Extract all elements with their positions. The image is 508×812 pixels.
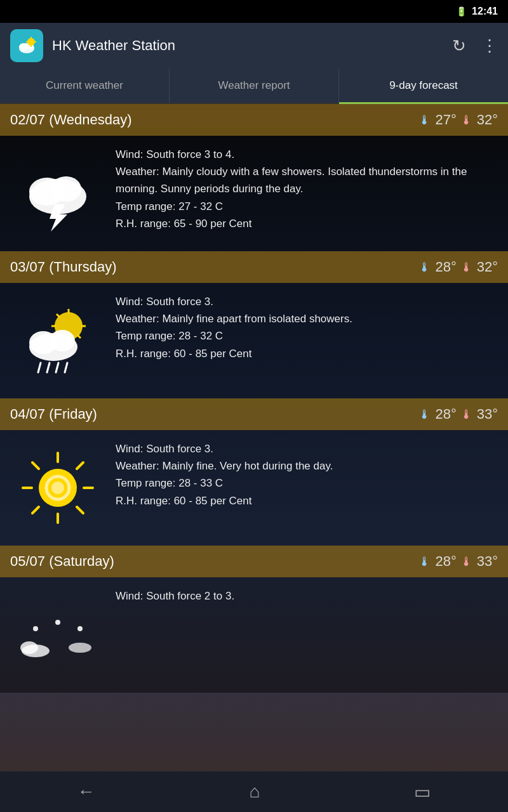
app-title: HK Weather Station: [52, 37, 452, 54]
day-detail-3: Wind: South force 2 to 3.: [0, 577, 508, 693]
temp-low-2: 28°: [435, 406, 456, 422]
day-date-0: 02/07 (Wednesday): [10, 112, 132, 128]
svg-line-24: [56, 363, 58, 372]
tab-9day-forecast[interactable]: 9-day forecast: [339, 69, 508, 103]
thermo-high-icon-1: 🌡: [460, 260, 473, 275]
svg-point-38: [20, 641, 38, 654]
weather-text-3: Wind: South force 2 to 3.: [116, 587, 498, 605]
refresh-button[interactable]: ↻: [452, 36, 466, 56]
day-detail-2: Wind: South force 3. Weather: Mainly fin…: [0, 430, 508, 546]
forecast-day-2: 04/07 (Friday) 🌡 28° 🌡 33°: [0, 398, 508, 546]
svg-point-10: [51, 176, 81, 202]
svg-line-34: [32, 507, 39, 513]
wind-0: Wind: South force 3 to 4.: [116, 146, 498, 163]
day-date-1: 03/07 (Thursday): [10, 259, 117, 275]
svg-point-3: [27, 38, 35, 46]
weather-text-2: Wind: South force 3. Weather: Mainly fin…: [116, 440, 498, 509]
day-header-0: 02/07 (Wednesday) 🌡 27° 🌡 32°: [0, 104, 508, 136]
temp-high-1: 32°: [477, 259, 498, 275]
svg-line-33: [77, 462, 83, 469]
weather-text-1: Wind: South force 3. Weather: Mainly fin…: [116, 293, 498, 362]
temp-range-0: Temp range: 27 - 32 C: [116, 198, 498, 215]
battery-icon: 🔋: [456, 6, 467, 16]
svg-point-21: [50, 330, 75, 351]
svg-line-18: [77, 335, 81, 338]
temp-indicators-1: 🌡 28° 🌡 32°: [418, 259, 498, 275]
nav-recent-button[interactable]: ▭: [414, 782, 431, 802]
svg-line-25: [65, 363, 67, 372]
temp-low-3: 28°: [435, 553, 456, 570]
wind-2: Wind: South force 3.: [116, 440, 498, 457]
tab-current-weather[interactable]: Current weather: [0, 69, 170, 103]
day-date-2: 04/07 (Friday): [10, 406, 97, 422]
weather-text-0: Wind: South force 3 to 4. Weather: Mainl…: [116, 146, 498, 232]
day-header-2: 04/07 (Friday) 🌡 28° 🌡 33°: [0, 398, 508, 430]
thermo-low-icon-2: 🌡: [418, 407, 431, 422]
forecast-day-3: 05/07 (Saturday) 🌡 28° 🌡 33°: [0, 546, 508, 693]
rh-range-0: R.H. range: 65 - 90 per Cent: [116, 215, 498, 232]
day-header-1: 03/07 (Thursday) 🌡 28° 🌡 32°: [0, 251, 508, 283]
day-header-3: 05/07 (Saturday) 🌡 28° 🌡 33°: [0, 546, 508, 577]
svg-line-32: [77, 507, 83, 513]
weather-desc-0: Weather: Mainly cloudy with a few shower…: [116, 163, 498, 197]
rh-range-1: R.H. range: 60 - 85 per Cent: [116, 345, 498, 362]
app-bar: HK Weather Station ↻ ⋮: [0, 23, 508, 69]
status-bar: 🔋 12:41: [0, 0, 508, 23]
weather-icon-storm: [10, 146, 105, 241]
weather-desc-2: Weather: Mainly fine. Very hot during th…: [116, 457, 498, 475]
app-bar-actions: ↻ ⋮: [452, 36, 498, 56]
temp-high-0: 32°: [477, 112, 498, 128]
nav-home-button[interactable]: ⌂: [250, 782, 260, 802]
svg-point-41: [55, 620, 60, 625]
forecast-list: 02/07 (Wednesday) 🌡 27° 🌡 32°: [0, 104, 508, 771]
wind-3: Wind: South force 2 to 3.: [116, 587, 498, 605]
nav-back-button[interactable]: ←: [77, 782, 95, 802]
day-date-3: 05/07 (Saturday): [10, 553, 114, 570]
thermo-high-icon-3: 🌡: [460, 554, 473, 569]
thermo-low-icon-3: 🌡: [418, 554, 431, 569]
weather-desc-1: Weather: Mainly fine apart from isolated…: [116, 310, 498, 327]
weather-icon-sunshower: [10, 293, 105, 388]
svg-point-40: [33, 626, 38, 631]
svg-point-39: [69, 643, 91, 653]
temp-high-2: 33°: [477, 406, 498, 422]
wind-1: Wind: South force 3.: [116, 293, 498, 310]
svg-point-36: [51, 481, 64, 494]
nav-bar: ← ⌂ ▭: [0, 771, 508, 812]
temp-low-0: 27°: [435, 112, 456, 128]
thermo-high-icon-0: 🌡: [460, 113, 473, 128]
svg-line-17: [57, 314, 60, 317]
tab-weather-report[interactable]: Weather report: [170, 69, 339, 103]
svg-line-31: [32, 462, 39, 469]
thermo-high-icon-2: 🌡: [460, 407, 473, 422]
forecast-day-0: 02/07 (Wednesday) 🌡 27° 🌡 32°: [0, 104, 508, 251]
day-detail-0: Wind: South force 3 to 4. Weather: Mainl…: [0, 136, 508, 251]
temp-low-1: 28°: [435, 259, 456, 275]
temp-indicators-0: 🌡 27° 🌡 32°: [418, 112, 498, 128]
app-icon: [10, 29, 43, 62]
svg-line-22: [38, 363, 41, 372]
svg-line-23: [47, 363, 50, 372]
thermo-low-icon-1: 🌡: [418, 260, 431, 275]
temp-indicators-3: 🌡 28° 🌡 33°: [418, 553, 498, 570]
svg-point-42: [77, 626, 83, 631]
thermo-low-icon-0: 🌡: [418, 113, 431, 128]
more-button[interactable]: ⋮: [481, 36, 498, 56]
status-time: 12:41: [472, 6, 498, 17]
temp-range-1: Temp range: 28 - 32 C: [116, 327, 498, 344]
rh-range-2: R.H. range: 60 - 85 per Cent: [116, 492, 498, 509]
weather-icon-partlycloudy: [10, 587, 105, 683]
weather-icon-sunny: [10, 440, 105, 535]
day-detail-1: Wind: South force 3. Weather: Mainly fin…: [0, 283, 508, 398]
temp-high-3: 33°: [477, 553, 498, 570]
tabs: Current weather Weather report 9-day for…: [0, 69, 508, 104]
forecast-day-1: 03/07 (Thursday) 🌡 28° 🌡 32°: [0, 251, 508, 398]
temp-range-2: Temp range: 28 - 33 C: [116, 475, 498, 492]
temp-indicators-2: 🌡 28° 🌡 33°: [418, 406, 498, 422]
